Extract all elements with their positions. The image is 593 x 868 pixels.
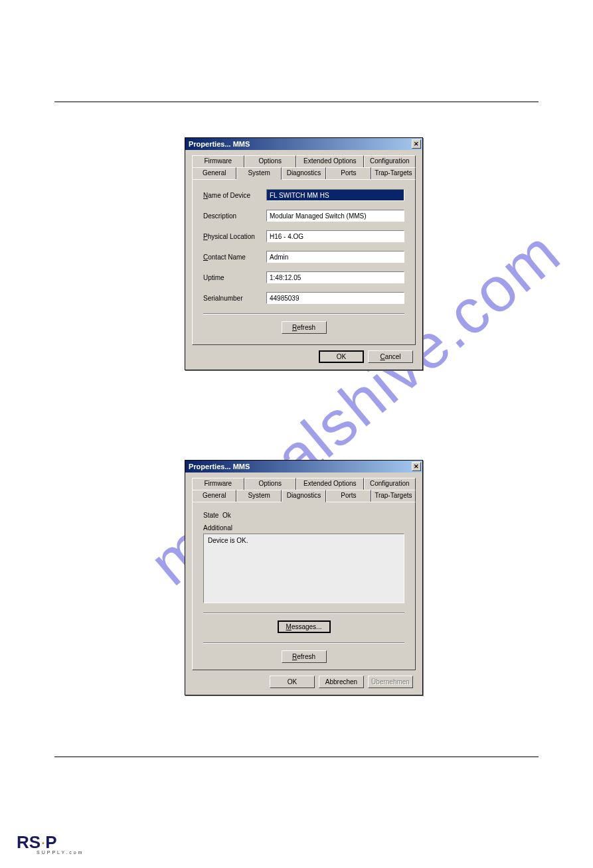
close-icon[interactable]: ✕ — [412, 139, 421, 149]
dialog-properties-system: Properties... MMS ✕ Firmware Options Ext… — [185, 137, 423, 370]
tab-extended-options[interactable]: Extended Options — [296, 155, 363, 167]
apply-button: Übernehmen — [368, 676, 413, 688]
tab-general[interactable]: General — [192, 167, 236, 179]
title-text: Properties... MMS — [187, 140, 250, 148]
input-contact-name[interactable] — [266, 251, 404, 263]
label-uptime: Uptime — [203, 274, 266, 281]
dialog-buttons: OK Cancel — [192, 345, 416, 363]
messages-button[interactable]: Messages... — [278, 620, 331, 633]
tab-trap-targets[interactable]: Trap-Targets — [371, 490, 416, 502]
titlebar: Properties... MMS ✕ — [185, 461, 422, 472]
input-uptime — [266, 271, 404, 283]
tab-configuration[interactable]: Configuration — [364, 155, 416, 167]
dialog-properties-diagnostics: Properties... MMS ✕ Firmware Options Ext… — [185, 460, 423, 695]
close-icon[interactable]: ✕ — [412, 462, 421, 471]
ok-button[interactable]: OK — [319, 350, 364, 363]
tab-firmware[interactable]: Firmware — [192, 478, 244, 490]
tabs-back-row: Firmware Options Extended Options Config… — [192, 155, 416, 167]
tab-options[interactable]: Options — [244, 155, 297, 167]
tab-diagnostics[interactable]: Diagnostics — [282, 167, 326, 179]
refresh-button[interactable]: Refresh — [282, 650, 327, 663]
tab-configuration[interactable]: Configuration — [364, 478, 416, 490]
dialog-buttons: OK Abbrechen Übernehmen — [192, 670, 416, 688]
tab-diagnostics[interactable]: Diagnostics — [282, 490, 326, 502]
tab-system[interactable]: System — [236, 167, 281, 180]
titlebar: Properties... MMS ✕ — [185, 138, 422, 150]
input-physical-location[interactable] — [266, 230, 404, 242]
cancel-button[interactable]: Abbrechen — [319, 676, 364, 688]
tab-trap-targets[interactable]: Trap-Targets — [371, 167, 416, 179]
label-physical-location: Physical Location — [203, 233, 266, 240]
tab-panel-diagnostics: State Ok Additional Device is OK. Messag… — [192, 502, 416, 670]
tab-system[interactable]: System — [236, 490, 281, 502]
tab-panel-system: Name of Device Description Physical Loca… — [192, 179, 416, 345]
state-value: Ok — [222, 512, 231, 519]
tab-ports[interactable]: Ports — [326, 167, 371, 179]
separator — [203, 613, 404, 614]
tabs-back-row: Firmware Options Extended Options Config… — [192, 478, 416, 490]
ok-button[interactable]: OK — [270, 676, 315, 688]
cancel-button[interactable]: Cancel — [368, 350, 413, 363]
state-label: State — [203, 512, 218, 519]
tab-general[interactable]: General — [192, 490, 236, 502]
label-description: Description — [203, 212, 266, 220]
state-line: State Ok — [203, 512, 404, 519]
tab-ports[interactable]: Ports — [326, 490, 371, 502]
tabs-front-row: General System Diagnostics Ports Trap-Ta… — [192, 490, 416, 502]
label-contact-name: Contact Name — [203, 253, 266, 261]
separator — [203, 313, 404, 315]
input-serialnumber — [266, 292, 404, 304]
input-description — [266, 210, 404, 222]
page-rule-bottom — [54, 757, 539, 757]
label-serialnumber: Serialnumber — [203, 295, 266, 302]
page-rule-top — [54, 102, 539, 102]
additional-textbox: Device is OK. — [203, 534, 404, 603]
refresh-button[interactable]: Refresh — [282, 321, 327, 334]
separator — [203, 642, 404, 644]
logo: RS·P SUPPLY.com — [17, 832, 84, 855]
label-name-of-device: Name of Device — [203, 192, 266, 199]
tabs-front-row: General System Diagnostics Ports Trap-Ta… — [192, 167, 416, 179]
tab-options[interactable]: Options — [244, 478, 297, 490]
logo-sub: SUPPLY.com — [37, 850, 84, 855]
title-text: Properties... MMS — [187, 463, 250, 470]
additional-label: Additional — [203, 524, 404, 532]
input-name-of-device[interactable] — [266, 189, 404, 201]
tab-extended-options[interactable]: Extended Options — [296, 478, 363, 490]
tab-firmware[interactable]: Firmware — [192, 155, 244, 167]
